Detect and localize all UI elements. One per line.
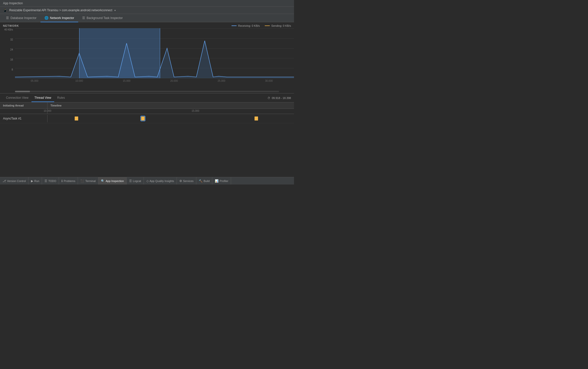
logcat-label: Logcat: [133, 180, 141, 182]
receiving-label: Receiving: 0 KB/s: [238, 24, 260, 27]
x-tick-20: 20.000: [170, 80, 178, 82]
app-quality-icon: ◇: [146, 179, 149, 183]
ruler-tick-15: 15.000: [192, 110, 199, 112]
y-tick-8: 8: [2, 68, 13, 71]
connection-view-label: Connection View: [6, 96, 28, 100]
clock-icon: ⏱: [268, 96, 270, 100]
version-control-label: Version Control: [7, 180, 26, 182]
problems-label: Problems: [64, 180, 75, 182]
task-block-3[interactable]: [255, 116, 258, 120]
inspector-tab-bar: ☰ Database Inspector 🌐 Network Inspector…: [0, 14, 294, 22]
thread-name-cell: AsyncTask #1: [0, 115, 47, 122]
network-icon: 🌐: [44, 16, 48, 20]
status-todo[interactable]: ☰ TODO: [42, 177, 59, 184]
status-terminal[interactable]: ⬛ Terminal: [78, 177, 98, 184]
time-range-value: 09.918 - 18.398: [272, 96, 291, 100]
thread-rows: AsyncTask #1: [0, 114, 294, 177]
tab-background[interactable]: ☰ Background Task Inspector: [78, 14, 127, 22]
thread-table-header: Initiating thread Timeline: [0, 102, 294, 109]
time-range: ⏱ 09.918 - 18.398: [268, 96, 291, 100]
main-content: NETWORK Receiving: 0 KB/s Sending: 0 KB/…: [0, 22, 294, 177]
chart-canvas[interactable]: 05.000 10.000 15.000 20.000 25.000 30.00…: [15, 28, 294, 83]
x-tick-25: 25.000: [218, 80, 225, 82]
chart-svg: [15, 28, 294, 78]
logcat-icon: ☰: [129, 179, 132, 183]
title-bar: App Inspection: [0, 0, 294, 7]
table-row: AsyncTask #1: [0, 114, 294, 123]
device-bar[interactable]: 📱 Resizable Experimental API Tiramisu > …: [0, 7, 294, 14]
x-tick-10: 10.000: [75, 80, 83, 82]
status-logcat[interactable]: ☰ Logcat: [127, 177, 144, 184]
status-profiler[interactable]: 📊 Profiler: [212, 177, 231, 184]
app-inspection-icon: 🔍: [101, 179, 105, 183]
x-tick-30: 30.000: [265, 80, 273, 82]
x-tick-15: 15.000: [123, 80, 131, 82]
services-icon: ⚙: [179, 179, 182, 183]
thread-view-label: Thread View: [34, 96, 51, 100]
thread-table: Initiating thread Timeline 10.000 15.000: [0, 102, 294, 177]
th-timeline: Timeline: [47, 102, 294, 108]
scrollbar-thumb[interactable]: [15, 91, 30, 92]
thread-timeline-cell[interactable]: [47, 114, 294, 123]
version-control-icon: ⎇: [2, 179, 6, 183]
status-services[interactable]: ⚙ Services: [177, 177, 196, 184]
y-tick-32: 32: [2, 38, 13, 41]
chart-scrollbar-area: [0, 90, 294, 93]
y-tick-16: 16: [2, 58, 13, 61]
chart-header: NETWORK Receiving: 0 KB/s Sending: 0 KB/…: [0, 24, 294, 28]
build-label: Build: [204, 180, 210, 182]
status-version-control[interactable]: ⎇ Version Control: [0, 177, 28, 184]
network-chart-area: NETWORK Receiving: 0 KB/s Sending: 0 KB/…: [0, 22, 294, 90]
task-block-1[interactable]: [75, 116, 78, 120]
terminal-label: Terminal: [85, 180, 96, 182]
terminal-icon: ⬛: [80, 179, 84, 183]
legend-receiving: Receiving: 0 KB/s: [232, 24, 260, 27]
device-selector-label: Resizable Experimental API Tiramisu > co…: [9, 8, 112, 12]
database-icon: ☰: [6, 16, 9, 20]
tab-connection-view[interactable]: Connection View: [3, 94, 31, 102]
y-tick-24: 24: [2, 48, 13, 51]
bottom-panel: Connection View Thread View Rules ⏱ 09.9…: [0, 94, 294, 177]
tab-database-label: Database Inspector: [10, 16, 36, 20]
tab-network[interactable]: 🌐 Network Inspector: [40, 14, 78, 22]
status-app-inspection[interactable]: 🔍 App Inspection: [98, 177, 127, 184]
tab-rules[interactable]: Rules: [54, 94, 68, 102]
chart-legend: Receiving: 0 KB/s Sending: 0 KB/s: [232, 24, 291, 27]
todo-icon: ☰: [44, 179, 47, 183]
problems-icon: ℹ: [61, 179, 63, 183]
app-inspection-label: App Inspection: [106, 180, 124, 182]
run-label: Run: [34, 180, 39, 182]
profiler-icon: 📊: [215, 179, 219, 183]
tab-network-label: Network Inspector: [50, 16, 74, 20]
status-bar: ⎇ Version Control ▶ Run ☰ TODO ℹ Problem…: [0, 177, 294, 184]
thread-name: AsyncTask #1: [3, 117, 21, 120]
build-icon: 🔨: [199, 179, 203, 183]
sending-line: [265, 26, 270, 26]
view-tab-bar: Connection View Thread View Rules ⏱ 09.9…: [0, 94, 294, 102]
tab-thread-view[interactable]: Thread View: [31, 94, 54, 102]
rules-label: Rules: [57, 96, 65, 100]
y-axis: 40 KB/s 32 24 16 8: [0, 28, 15, 83]
background-icon: ☰: [82, 16, 85, 20]
status-run[interactable]: ▶ Run: [28, 177, 42, 184]
chart-title: NETWORK: [3, 24, 19, 27]
profiler-label: Profiler: [220, 180, 228, 182]
tab-background-label: Background Task Inspector: [87, 16, 123, 20]
device-chevron-icon[interactable]: ▾: [114, 9, 116, 12]
ruler-spacer: [0, 109, 47, 114]
ruler-tick-10: 10.000: [44, 110, 51, 112]
todo-label: TODO: [48, 180, 56, 182]
status-app-quality[interactable]: ◇ App Quality Insights: [144, 177, 177, 184]
status-problems[interactable]: ℹ Problems: [59, 177, 78, 184]
receiving-line: [232, 26, 237, 26]
scrollbar-track[interactable]: [15, 91, 279, 92]
app-quality-label: App Quality Insights: [150, 180, 174, 182]
tab-database[interactable]: ☰ Database Inspector: [2, 14, 40, 22]
task-block-2[interactable]: [141, 116, 145, 120]
status-build[interactable]: 🔨 Build: [196, 177, 212, 184]
services-label: Services: [183, 180, 194, 182]
th-initiating: Initiating thread: [0, 102, 47, 108]
sending-label: Sending: 0 KB/s: [271, 24, 291, 27]
device-icon: 📱: [3, 8, 7, 12]
y-tick-40: 40 KB/s: [2, 28, 13, 31]
